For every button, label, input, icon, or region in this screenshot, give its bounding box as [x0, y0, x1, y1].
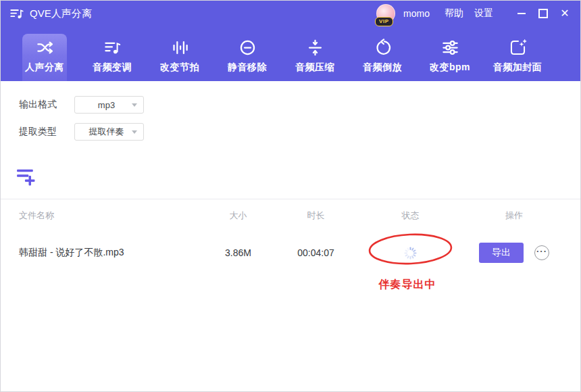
tab-label: 人声分离: [25, 62, 64, 74]
extract-type-label: 提取类型: [19, 126, 74, 138]
file-table: 文件名称 大小 时长 状态 操作 韩甜甜 - 说好了不散.mp3 3.86M 0…: [0, 199, 581, 274]
rotate-ccw-icon: [374, 39, 392, 57]
window-controls: [516, 8, 570, 19]
output-format-row: 输出格式 mp3: [19, 96, 581, 114]
sliders-icon: [441, 39, 459, 57]
nav-tabs: 人声分离 音频变调 改变节拍: [0, 27, 581, 81]
header-status: 状态: [355, 210, 466, 222]
file-size: 3.86M: [199, 247, 277, 258]
output-format-label: 输出格式: [19, 99, 74, 111]
chevron-down-icon: [132, 103, 137, 107]
header-action: 操作: [466, 210, 581, 222]
settings-menu[interactable]: 设置: [474, 7, 493, 20]
table-header: 文件名称 大小 时长 状态 操作: [0, 199, 581, 232]
red-annotation-text: 伴奏导出中: [350, 278, 465, 292]
output-format-value: mp3: [98, 100, 115, 110]
add-files-button[interactable]: [16, 166, 36, 187]
tab-label: 音频加封面: [493, 62, 542, 74]
tab-label: 音频压缩: [295, 62, 334, 74]
user-avatar[interactable]: VIP: [376, 3, 397, 24]
titlebar-right: VIP momo 帮助 设置: [376, 3, 570, 24]
minimize-button[interactable]: [516, 8, 527, 19]
compress-icon: [306, 39, 324, 57]
main-content: 输出格式 mp3 提取类型 提取伴奏: [0, 81, 581, 274]
equalizer-icon: [171, 39, 189, 57]
tab-add-cover[interactable]: 音频加封面: [484, 34, 551, 81]
minus-circle-icon: [238, 39, 257, 57]
tab-silence-removal[interactable]: 静音移除: [213, 34, 281, 81]
app-window: QVE人声分离 VIP momo 帮助 设置: [0, 0, 581, 392]
shuffle-icon: [36, 39, 54, 57]
more-options-button[interactable]: [534, 245, 549, 260]
extract-type-value: 提取伴奏: [89, 126, 124, 138]
tab-audio-pitch[interactable]: 音频变调: [78, 34, 146, 81]
extract-type-select[interactable]: 提取伴奏: [74, 123, 144, 141]
tab-change-bpm[interactable]: 改变bpm: [416, 34, 484, 81]
file-status: [355, 247, 466, 260]
tab-vocal-separation[interactable]: 人声分离: [11, 34, 78, 81]
tab-change-beat[interactable]: 改变节拍: [146, 34, 213, 81]
row-actions: 导出: [466, 243, 581, 263]
tab-label: 音频变调: [93, 62, 132, 74]
tab-label: 音频倒放: [363, 62, 402, 74]
username[interactable]: momo: [403, 8, 430, 19]
output-format-select[interactable]: mp3: [74, 96, 144, 114]
maximize-button[interactable]: [538, 8, 549, 19]
file-name: 韩甜甜 - 说好了不散.mp3: [0, 247, 199, 259]
chevron-down-icon: [132, 130, 137, 134]
file-duration: 00:04:07: [277, 247, 355, 258]
export-button[interactable]: 导出: [479, 243, 524, 263]
extract-type-row: 提取类型 提取伴奏: [19, 123, 581, 141]
header-duration: 时长: [277, 210, 355, 222]
titlebar: QVE人声分离 VIP momo 帮助 设置: [0, 0, 581, 27]
header-size: 大小: [199, 210, 277, 222]
tab-audio-reverse[interactable]: 音频倒放: [349, 34, 416, 81]
tab-audio-compression[interactable]: 音频压缩: [281, 34, 349, 81]
table-row: 韩甜甜 - 说好了不散.mp3 3.86M 00:04:07: [0, 232, 581, 274]
tab-label: 静音移除: [228, 62, 267, 74]
add-cover-icon: [509, 39, 527, 57]
tab-label: 改变bpm: [430, 62, 470, 74]
close-button[interactable]: [559, 8, 570, 19]
app-brand: QVE人声分离: [9, 6, 92, 21]
help-menu[interactable]: 帮助: [445, 7, 463, 20]
app-logo-icon: [9, 6, 24, 21]
settings-form: 输出格式 mp3 提取类型 提取伴奏: [0, 81, 581, 189]
playlist-add-icon: [16, 167, 36, 186]
vip-badge: VIP: [375, 17, 393, 26]
app-title: QVE人声分离: [30, 7, 92, 20]
loading-spinner-icon: [404, 247, 417, 260]
playlist-note-icon: [103, 39, 122, 57]
header-file-name: 文件名称: [0, 210, 199, 222]
tab-label: 改变节拍: [160, 62, 199, 74]
